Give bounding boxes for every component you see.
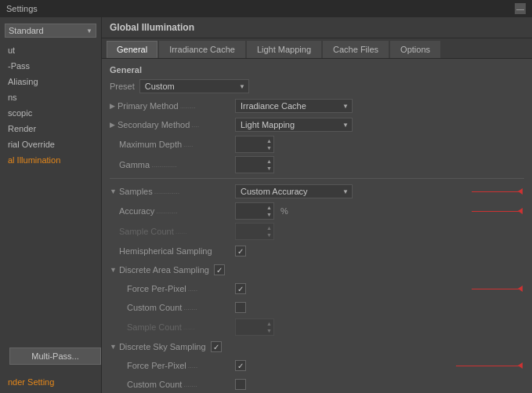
sidebar-render-setting-link[interactable]: nder Setting xyxy=(0,374,101,390)
discrete-sky-custom-count-checkbox[interactable] xyxy=(235,379,246,390)
secondary-method-dropdown[interactable]: Light Mapping xyxy=(235,118,353,132)
sidebar-item-render[interactable]: Render xyxy=(0,121,101,136)
discrete-sky-custom-count-label-container: Custom Count ....... xyxy=(110,380,235,389)
sidebar-item-scopic[interactable]: scopic xyxy=(0,105,101,121)
discrete-area-sample-count-label-container: Sample Count ...... xyxy=(110,322,235,332)
accuracy-input[interactable]: 150 xyxy=(237,206,265,216)
discrete-area-force-per-pixel-arrow-head-icon xyxy=(518,286,523,292)
samples-arrow-head-icon xyxy=(518,188,523,195)
primary-method-collapse-icon: ▶ xyxy=(110,102,115,110)
primary-method-dropdown[interactable]: Irradiance Cache xyxy=(235,99,353,113)
discrete-area-force-per-pixel-row: Force Per-Pixel ..... xyxy=(110,281,524,297)
discrete-area-custom-count-label: Custom Count xyxy=(127,303,182,312)
gamma-row: Gamma ............. 2 ▲ ▼ xyxy=(110,156,524,173)
discrete-sky-sampling-checkbox[interactable] xyxy=(211,341,222,352)
tabs: General Irradiance Cache Light Mapping C… xyxy=(102,38,532,59)
gamma-input[interactable]: 2 xyxy=(237,160,265,169)
maximum-depth-dots: ..... xyxy=(183,140,233,148)
sidebar-item-pass[interactable]: -Pass xyxy=(0,58,101,74)
tab-general[interactable]: General xyxy=(107,41,157,58)
secondary-method-collapse-icon: ▶ xyxy=(110,121,115,129)
sample-count-1-up-button[interactable]: ▲ xyxy=(266,224,272,231)
samples-label: Samples xyxy=(119,187,153,196)
discrete-area-sample-count-input[interactable]: 64 xyxy=(237,322,265,332)
sample-count-1-input[interactable]: 64 xyxy=(237,227,265,236)
samples-dropdown-wrapper: Custom Accuracy xyxy=(235,184,353,198)
sample-count-1-label-container: Sample Count ...... xyxy=(110,227,235,236)
discrete-area-force-per-pixel-checkbox[interactable] xyxy=(235,283,246,294)
accuracy-down-button[interactable]: ▼ xyxy=(266,211,272,218)
tab-irradiance-cache[interactable]: Irradiance Cache xyxy=(159,41,245,58)
title-bar-controls: — xyxy=(515,3,526,14)
sample-count-1-down-button[interactable]: ▼ xyxy=(266,231,272,238)
discrete-area-force-per-pixel-arrow-indicator xyxy=(472,286,523,292)
discrete-sky-force-per-pixel-dots: ..... xyxy=(188,362,233,369)
discrete-area-sampling-header: ▼ Discrete Area Sampling xyxy=(110,265,209,275)
accuracy-dots: ........... xyxy=(156,207,233,215)
separator-1 xyxy=(110,178,524,179)
maximum-depth-row: Maximum Depth ..... 16 ▲ ▼ xyxy=(110,136,524,153)
discrete-area-sampling-checkbox[interactable] xyxy=(214,264,225,275)
samples-dropdown[interactable]: Custom Accuracy xyxy=(235,184,353,198)
sample-count-1-label: Sample Count xyxy=(119,227,174,236)
discrete-area-custom-count-checkbox[interactable] xyxy=(235,302,246,313)
hemispherical-sampling-label: Hemispherical Sampling xyxy=(119,246,212,256)
preset-label: Preset xyxy=(110,82,135,91)
window-title: Settings xyxy=(6,4,38,13)
sidebar-dropdown[interactable]: Standard ▼ xyxy=(5,24,96,38)
gamma-up-button[interactable]: ▲ xyxy=(266,158,272,165)
discrete-sky-sampling-header: ▼ Discrete Sky Sampling xyxy=(110,342,206,351)
accuracy-row: Accuracy ........... 150 ▲ ▼ % xyxy=(110,202,524,220)
secondary-method-row: ▶ Secondary Method .... Light Mapping xyxy=(110,117,524,133)
gamma-down-button[interactable]: ▼ xyxy=(266,165,272,172)
sidebar-item-ns[interactable]: ns xyxy=(0,89,101,105)
general-section-label: General xyxy=(110,65,524,75)
accuracy-up-button[interactable]: ▲ xyxy=(266,204,272,211)
maximum-depth-input[interactable]: 16 xyxy=(237,140,265,149)
discrete-area-sample-count-label: Sample Count xyxy=(127,322,182,332)
discrete-sky-force-per-pixel-arrow-line xyxy=(456,366,519,366)
sample-count-1-spinbox-buttons: ▲ ▼ xyxy=(266,224,272,238)
multi-pass-button[interactable]: Multi-Pass... xyxy=(9,348,101,365)
sample-count-1-dots: ...... xyxy=(176,227,233,235)
maximum-depth-label-container: Maximum Depth ..... xyxy=(110,140,235,149)
primary-method-label-container: ▶ Primary Method ........ xyxy=(110,101,235,111)
accuracy-arrow-line xyxy=(472,211,519,212)
primary-method-row: ▶ Primary Method ........ Irradiance Cac… xyxy=(110,98,524,114)
maximum-depth-spinbox-buttons: ▲ ▼ xyxy=(266,137,272,151)
discrete-sky-force-per-pixel-label: Force Per-Pixel xyxy=(127,361,186,370)
tab-options[interactable]: Options xyxy=(390,41,440,58)
tab-light-mapping[interactable]: Light Mapping xyxy=(247,41,321,58)
right-panel: Global Illumination General Irradiance C… xyxy=(102,17,532,393)
preset-dropdown[interactable]: Custom xyxy=(139,79,249,93)
tab-cache-files[interactable]: Cache Files xyxy=(323,41,389,58)
gamma-dots: ............. xyxy=(151,161,233,169)
discrete-sky-sampling-label: Discrete Sky Sampling xyxy=(119,342,206,351)
sidebar-item-aliasing[interactable]: Aliasing xyxy=(0,74,101,89)
gamma-label: Gamma xyxy=(119,160,150,169)
sidebar-item-al-illumination[interactable]: al Illumination xyxy=(0,152,101,168)
secondary-method-label: Secondary Method xyxy=(118,120,190,129)
sidebar-dropdown-wrapper: Standard ▼ xyxy=(5,24,96,38)
discrete-area-force-per-pixel-dots: ..... xyxy=(188,285,233,293)
secondary-method-dropdown-wrapper: Light Mapping xyxy=(235,118,353,132)
minimize-button[interactable]: — xyxy=(515,3,526,14)
discrete-area-sample-count-row: Sample Count ...... 64 ▲ ▼ xyxy=(110,318,524,336)
secondary-method-dots: .... xyxy=(191,121,233,129)
discrete-sky-force-per-pixel-label-container: Force Per-Pixel ..... xyxy=(110,361,235,370)
sidebar-item-ut[interactable]: ut xyxy=(0,42,101,58)
sample-count-1-spinbox: 64 ▲ ▼ xyxy=(235,223,274,240)
hemispherical-sampling-checkbox[interactable] xyxy=(235,246,246,257)
discrete-sky-custom-count-dots: ....... xyxy=(183,380,233,388)
discrete-sky-sampling-header-row: ▼ Discrete Sky Sampling xyxy=(110,339,524,355)
discrete-area-sample-count-up-button[interactable]: ▲ xyxy=(266,320,272,327)
sidebar-item-rial-override[interactable]: rial Override xyxy=(0,136,101,152)
accuracy-control: 150 ▲ ▼ % xyxy=(235,202,288,220)
discrete-area-sample-count-down-button[interactable]: ▼ xyxy=(266,327,272,334)
discrete-area-custom-count-row: Custom Count ....... xyxy=(110,300,524,315)
maximum-depth-up-button[interactable]: ▲ xyxy=(266,137,272,144)
maximum-depth-down-button[interactable]: ▼ xyxy=(266,144,272,151)
discrete-sky-force-per-pixel-checkbox[interactable] xyxy=(235,360,246,371)
sidebar-dropdown-value: Standard xyxy=(9,26,86,35)
secondary-method-label-container: ▶ Secondary Method .... xyxy=(110,120,235,129)
